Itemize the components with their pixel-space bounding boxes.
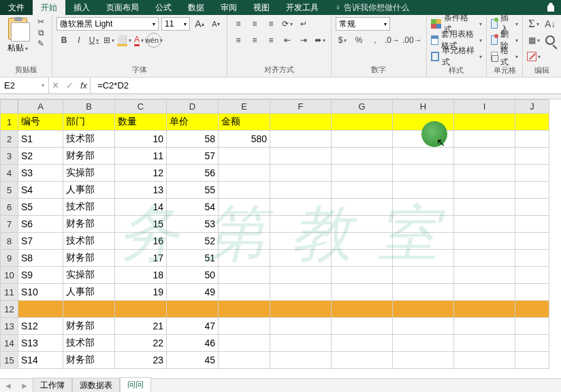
cell-H15[interactable] xyxy=(393,352,454,369)
fx-button[interactable]: fx xyxy=(80,80,87,91)
cell-E12[interactable] xyxy=(219,301,270,318)
cell-C7[interactable]: 15 xyxy=(115,216,167,233)
col-header-J[interactable]: J xyxy=(515,100,549,114)
cell-C13[interactable]: 21 xyxy=(115,318,167,335)
cell-D10[interactable]: 50 xyxy=(167,267,219,284)
merge-button[interactable]: ⬌ xyxy=(313,33,327,47)
cell-G7[interactable] xyxy=(332,216,393,233)
row-header-10[interactable]: 10 xyxy=(1,267,18,284)
cell-J6[interactable] xyxy=(515,199,549,216)
cell-H10[interactable] xyxy=(393,267,454,284)
cell-H2[interactable] xyxy=(393,131,454,148)
cell-H13[interactable] xyxy=(393,318,454,335)
sheet-tab-2[interactable]: 源数据表 xyxy=(72,378,120,392)
cut-button[interactable]: ✂ xyxy=(34,16,48,27)
cell-E5[interactable] xyxy=(219,182,270,199)
find-select-button[interactable] xyxy=(543,33,557,47)
row-header-13[interactable]: 13 xyxy=(1,318,18,335)
shrink-font-button[interactable]: A▾ xyxy=(209,17,223,31)
cell-H14[interactable] xyxy=(393,335,454,352)
cell-J11[interactable] xyxy=(515,284,549,301)
sheet-nav-next[interactable]: ► xyxy=(16,381,33,391)
align-center-button[interactable]: ≡ xyxy=(248,33,261,47)
col-header-F[interactable]: F xyxy=(270,100,332,114)
wrap-text-button[interactable]: ↵ xyxy=(297,17,310,31)
cell-I3[interactable] xyxy=(454,148,515,165)
cell-J15[interactable] xyxy=(515,352,549,369)
cell-C12[interactable] xyxy=(115,301,167,318)
tab-view[interactable]: 视图 xyxy=(245,0,278,15)
cell-G10[interactable] xyxy=(332,267,393,284)
cell-E8[interactable] xyxy=(219,233,270,250)
cell-D13[interactable]: 47 xyxy=(167,318,219,335)
cell-J1[interactable] xyxy=(515,114,549,131)
cell-I11[interactable] xyxy=(454,284,515,301)
row-header-3[interactable]: 3 xyxy=(1,148,18,165)
cell-F5[interactable] xyxy=(270,182,332,199)
cell-C5[interactable]: 13 xyxy=(115,182,167,199)
cell-E14[interactable] xyxy=(219,335,270,352)
row-header-6[interactable]: 6 xyxy=(1,199,18,216)
cell-G11[interactable] xyxy=(332,284,393,301)
border-button[interactable]: ⊞ xyxy=(101,33,116,47)
clear-button[interactable] xyxy=(527,50,541,63)
cell-A7[interactable]: S6 xyxy=(18,216,63,233)
col-header-E[interactable]: E xyxy=(219,100,270,114)
cell-B15[interactable]: 财务部 xyxy=(63,352,115,369)
cell-F2[interactable] xyxy=(270,131,332,148)
cell-I14[interactable] xyxy=(454,335,515,352)
increase-decimal-button[interactable]: .0→ xyxy=(385,33,400,47)
row-header-5[interactable]: 5 xyxy=(1,182,18,199)
font-name-select[interactable]: 微软雅黑 Light▾ xyxy=(57,17,159,31)
cell-B6[interactable]: 技术部 xyxy=(63,199,115,216)
tab-formula[interactable]: 公式 xyxy=(147,0,180,15)
col-header-C[interactable]: C xyxy=(115,100,167,114)
cell-J12[interactable] xyxy=(515,301,549,318)
cell-I8[interactable] xyxy=(454,233,515,250)
cell-A5[interactable]: S4 xyxy=(18,182,63,199)
cell-F3[interactable] xyxy=(270,148,332,165)
cell-F14[interactable] xyxy=(270,335,332,352)
cell-I2[interactable] xyxy=(454,131,515,148)
cell-J10[interactable] xyxy=(515,267,549,284)
cell-F6[interactable] xyxy=(270,199,332,216)
sheet-nav-prev[interactable]: ◄ xyxy=(0,381,16,391)
cell-B2[interactable]: 技术部 xyxy=(63,131,115,148)
align-right-button[interactable]: ≡ xyxy=(264,33,278,47)
col-header-I[interactable]: I xyxy=(454,100,515,114)
sheet-tab-1[interactable]: 工作簿 xyxy=(33,378,72,392)
cell-F10[interactable] xyxy=(270,267,332,284)
cell-G14[interactable] xyxy=(332,335,393,352)
cell-G1[interactable] xyxy=(332,114,393,131)
cell-G2[interactable] xyxy=(332,131,393,148)
cell-G13[interactable] xyxy=(332,318,393,335)
cell-A2[interactable]: S1 xyxy=(18,131,63,148)
cell-D6[interactable]: 54 xyxy=(167,199,219,216)
underline-button[interactable]: U xyxy=(86,33,101,47)
cell-B12[interactable] xyxy=(63,301,115,318)
align-middle-button[interactable]: ≡ xyxy=(248,17,261,31)
cell-F7[interactable] xyxy=(270,216,332,233)
tab-layout[interactable]: 页面布局 xyxy=(98,0,147,15)
number-format-select[interactable]: 常规▾ xyxy=(336,17,390,31)
cell-I12[interactable] xyxy=(454,301,515,318)
cell-C11[interactable]: 19 xyxy=(115,284,167,301)
cell-C14[interactable]: 22 xyxy=(115,335,167,352)
cell-H9[interactable] xyxy=(393,250,454,267)
format-cells-button[interactable]: 格式 xyxy=(491,49,518,64)
fill-color-button[interactable]: ⬜ xyxy=(116,33,131,47)
cell-E1[interactable]: 金额 xyxy=(219,114,270,131)
cell-I7[interactable] xyxy=(454,216,515,233)
row-header-9[interactable]: 9 xyxy=(1,250,18,267)
align-left-button[interactable]: ≡ xyxy=(231,33,245,47)
col-header-D[interactable]: D xyxy=(167,100,219,114)
tab-file[interactable]: 文件 xyxy=(0,0,33,15)
cell-A8[interactable]: S7 xyxy=(18,233,63,250)
cell-A6[interactable]: S5 xyxy=(18,199,63,216)
format-painter-button[interactable]: ✎ xyxy=(34,38,48,49)
cell-J5[interactable] xyxy=(515,182,549,199)
tab-home[interactable]: 开始 xyxy=(33,0,65,15)
cell-F13[interactable] xyxy=(270,318,332,335)
cell-B11[interactable]: 人事部 xyxy=(63,284,115,301)
cell-D14[interactable]: 46 xyxy=(167,335,219,352)
